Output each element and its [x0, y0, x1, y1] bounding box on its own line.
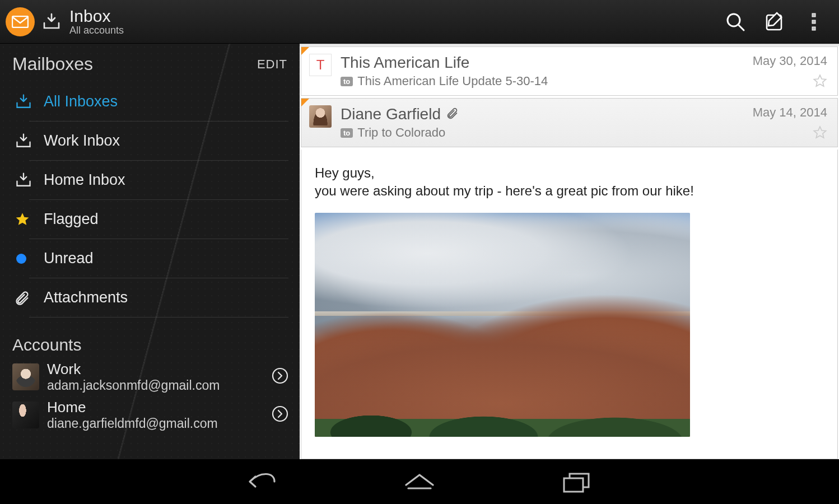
- overflow-menu-icon: [811, 12, 817, 31]
- message-subject: This American Life Update 5-30-14: [357, 74, 548, 88]
- page-title-block[interactable]: Inbox All accounts: [69, 7, 124, 36]
- compose-button[interactable]: [755, 2, 794, 41]
- message-date: May 30, 2014: [753, 54, 827, 68]
- svg-rect-5: [812, 20, 815, 24]
- sidebar-item-label: Flagged: [44, 211, 99, 228]
- to-badge: to: [341, 128, 353, 138]
- sidebar-item-all-inboxes[interactable]: All Inboxes: [29, 82, 288, 122]
- sender-avatar: [309, 105, 332, 128]
- svg-point-1: [728, 14, 740, 26]
- home-icon: [403, 470, 436, 493]
- sidebar-item-label: All Inboxes: [44, 93, 118, 110]
- sidebar-section-title: Mailboxes: [12, 54, 93, 74]
- account-row-work[interactable]: Work adam.jacksonmfd@gmail.com: [0, 358, 300, 396]
- edit-mailboxes-button[interactable]: EDIT: [257, 57, 287, 72]
- message-body-line: Hey guys,: [315, 165, 375, 180]
- message-pane: T This American Life to This American Li…: [300, 44, 839, 459]
- sidebar-item-home-inbox[interactable]: Home Inbox: [29, 161, 288, 200]
- unread-corner-icon: [301, 99, 309, 106]
- landscape-photo-icon: [315, 213, 690, 437]
- svg-point-7: [16, 254, 26, 264]
- sidebar-accounts-title: Accounts: [0, 318, 300, 358]
- paperclip-icon: [15, 290, 37, 306]
- account-name: Work: [47, 361, 220, 378]
- android-recents-button[interactable]: [554, 465, 599, 498]
- message-sender: Diane Garfield: [341, 105, 441, 123]
- svg-rect-12: [564, 478, 583, 492]
- chevron-right-icon: [272, 367, 288, 386]
- message-subject: Trip to Colorado: [357, 125, 445, 140]
- action-bar: Inbox All accounts: [0, 0, 839, 44]
- svg-rect-6: [812, 27, 815, 30]
- sidebar-item-work-inbox[interactable]: Work Inbox: [29, 122, 288, 161]
- star-icon: [15, 212, 37, 227]
- account-email: diane.garfieldmfd@gmail.com: [47, 416, 218, 431]
- search-button[interactable]: [716, 2, 755, 41]
- sidebar-item-attachments[interactable]: Attachments: [29, 278, 288, 318]
- avatar: [12, 402, 39, 428]
- avatar: [12, 363, 39, 390]
- page-subtitle: All accounts: [69, 25, 124, 36]
- account-row-home[interactable]: Home diane.garfieldmfd@gmail.com: [0, 396, 300, 434]
- sidebar: Mailboxes EDIT All Inboxes Work Inbox: [0, 44, 300, 459]
- message-body[interactable]: Hey guys, you were asking about my trip …: [301, 150, 838, 459]
- star-outline-icon: [813, 125, 827, 140]
- unread-corner-icon: [301, 47, 309, 55]
- overflow-menu-button[interactable]: [794, 2, 833, 41]
- android-back-button[interactable]: [240, 465, 285, 498]
- inbox-tray-icon[interactable]: [41, 12, 62, 32]
- attachment-image[interactable]: [315, 213, 690, 437]
- account-name: Home: [47, 399, 218, 416]
- inbox-download-icon: [15, 93, 37, 111]
- page-title: Inbox: [69, 7, 124, 25]
- to-badge: to: [341, 77, 353, 86]
- search-icon: [725, 11, 746, 32]
- svg-line-2: [739, 25, 744, 30]
- message-body-line: you were asking about my trip - here's a…: [315, 183, 694, 198]
- message-list-item[interactable]: Diane Garfield to Trip to Colorado May 1…: [301, 98, 838, 147]
- star-outline-icon: [813, 74, 827, 88]
- sender-avatar: T: [309, 54, 332, 76]
- message-date: May 14, 2014: [753, 105, 827, 120]
- message-sender: This American Life: [341, 54, 747, 72]
- message-list-item[interactable]: T This American Life to This American Li…: [301, 46, 838, 96]
- android-nav-bar: [0, 459, 839, 504]
- svg-rect-4: [812, 13, 815, 17]
- app-logo-icon[interactable]: [6, 7, 35, 36]
- chevron-right-icon: [272, 405, 288, 424]
- back-icon: [243, 470, 282, 493]
- inbox-download-icon: [15, 171, 37, 189]
- dot-icon: [15, 252, 37, 265]
- sidebar-item-flagged[interactable]: Flagged: [29, 200, 288, 239]
- svg-point-8: [273, 368, 287, 383]
- account-email: adam.jacksonmfd@gmail.com: [47, 378, 220, 393]
- star-toggle[interactable]: [813, 74, 827, 91]
- sidebar-item-label: Work Inbox: [44, 132, 120, 150]
- sidebar-item-unread[interactable]: Unread: [29, 239, 288, 278]
- recents-icon: [561, 470, 592, 493]
- inbox-download-icon: [15, 132, 37, 150]
- android-home-button[interactable]: [397, 465, 442, 498]
- svg-point-9: [273, 407, 287, 421]
- compose-icon: [763, 11, 786, 33]
- sidebar-item-label: Unread: [44, 250, 94, 267]
- sidebar-item-label: Home Inbox: [44, 171, 125, 189]
- attachment-icon: [446, 105, 459, 123]
- sidebar-item-label: Attachments: [44, 289, 128, 306]
- star-toggle[interactable]: [813, 125, 827, 142]
